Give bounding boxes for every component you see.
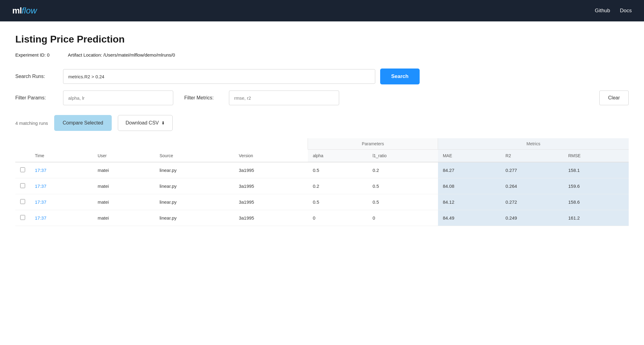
row-rmse: 161.2 bbox=[563, 210, 629, 226]
artifact-location-row: Artifact Location: /Users/matei/mlflow/d… bbox=[68, 52, 175, 58]
row-checkbox[interactable] bbox=[20, 167, 25, 172]
col-header-row: Time User Source Version alpha l1_ratio … bbox=[15, 150, 629, 162]
runs-table: Parameters Metrics Time User Source Vers… bbox=[15, 138, 629, 226]
download-icon: ⬇ bbox=[161, 121, 165, 125]
row-time[interactable]: 17:37 bbox=[30, 162, 93, 178]
table-container: Parameters Metrics Time User Source Vers… bbox=[15, 138, 629, 226]
row-mae: 84.49 bbox=[438, 210, 501, 226]
row-alpha: 0.5 bbox=[308, 162, 368, 178]
th-parameters: Parameters bbox=[308, 138, 438, 150]
row-user: matei bbox=[93, 178, 155, 194]
clear-button[interactable]: Clear bbox=[599, 91, 629, 105]
table-row: 17:37 matei linear.py 3a1995 0.5 0.5 84.… bbox=[15, 194, 629, 210]
search-button[interactable]: Search bbox=[380, 69, 420, 84]
page-title: Listing Price Prediction bbox=[15, 34, 629, 45]
th-l1ratio: l1_ratio bbox=[368, 150, 438, 162]
row-r2: 0.264 bbox=[501, 178, 564, 194]
th-user: User bbox=[93, 150, 155, 162]
row-mae: 84.08 bbox=[438, 178, 501, 194]
row-r2: 0.277 bbox=[501, 162, 564, 178]
brand-logo: ml flow bbox=[12, 6, 37, 16]
row-r2: 0.249 bbox=[501, 210, 564, 226]
row-checkbox[interactable] bbox=[20, 215, 25, 220]
group-header-row: Parameters Metrics bbox=[15, 138, 629, 150]
filter-metrics-input[interactable] bbox=[229, 91, 339, 105]
row-version: 3a1995 bbox=[234, 194, 308, 210]
row-time[interactable]: 17:37 bbox=[30, 178, 93, 194]
row-source: linear.py bbox=[155, 162, 234, 178]
navbar-links: Github Docs bbox=[595, 8, 632, 14]
th-rmse: RMSE bbox=[563, 150, 629, 162]
download-csv-label: Download CSV bbox=[125, 120, 159, 126]
table-row: 17:37 matei linear.py 3a1995 0.5 0.2 84.… bbox=[15, 162, 629, 178]
th-alpha: alpha bbox=[308, 150, 368, 162]
row-mae: 84.12 bbox=[438, 194, 501, 210]
row-l1ratio: 0.5 bbox=[368, 178, 438, 194]
row-user: matei bbox=[93, 210, 155, 226]
brand-flow-text: flow bbox=[22, 6, 37, 16]
row-checkbox[interactable] bbox=[20, 199, 25, 204]
experiment-id-value: 0 bbox=[47, 52, 49, 58]
row-time[interactable]: 17:37 bbox=[30, 210, 93, 226]
th-r2: R2 bbox=[501, 150, 564, 162]
row-rmse: 158.1 bbox=[563, 162, 629, 178]
row-l1ratio: 0.5 bbox=[368, 194, 438, 210]
row-user: matei bbox=[93, 194, 155, 210]
search-row: Search Runs: Search bbox=[15, 69, 629, 84]
docs-link[interactable]: Docs bbox=[620, 8, 632, 14]
results-row: 4 matching runs Compare Selected Downloa… bbox=[15, 115, 629, 131]
row-checkbox-cell[interactable] bbox=[15, 210, 30, 226]
brand-ml-text: ml bbox=[12, 6, 22, 16]
th-source: Source bbox=[155, 150, 234, 162]
table-row: 17:37 matei linear.py 3a1995 0 0 84.49 0… bbox=[15, 210, 629, 226]
th-mae: MAE bbox=[438, 150, 501, 162]
artifact-label: Artifact Location: bbox=[68, 52, 102, 58]
row-checkbox-cell[interactable] bbox=[15, 178, 30, 194]
row-checkbox-cell[interactable] bbox=[15, 194, 30, 210]
row-rmse: 159.6 bbox=[563, 178, 629, 194]
experiment-id-label: Experiment ID: bbox=[15, 52, 46, 58]
filter-params-input[interactable] bbox=[63, 91, 173, 105]
matching-runs-text: 4 matching runs bbox=[15, 121, 48, 126]
th-version: Version bbox=[234, 150, 308, 162]
row-source: linear.py bbox=[155, 178, 234, 194]
th-checkbox bbox=[15, 150, 30, 162]
navbar: ml flow Github Docs bbox=[0, 0, 644, 21]
row-user: matei bbox=[93, 162, 155, 178]
row-source: linear.py bbox=[155, 194, 234, 210]
table-body: 17:37 matei linear.py 3a1995 0.5 0.2 84.… bbox=[15, 162, 629, 226]
search-runs-input[interactable] bbox=[63, 69, 375, 84]
row-rmse: 158.6 bbox=[563, 194, 629, 210]
th-empty bbox=[15, 138, 308, 150]
th-time: Time bbox=[30, 150, 93, 162]
experiment-info: Experiment ID: 0 Artifact Location: /Use… bbox=[15, 52, 629, 58]
table-row: 17:37 matei linear.py 3a1995 0.2 0.5 84.… bbox=[15, 178, 629, 194]
row-alpha: 0.5 bbox=[308, 194, 368, 210]
row-version: 3a1995 bbox=[234, 210, 308, 226]
filter-metrics-label: Filter Metrics: bbox=[184, 95, 224, 101]
main-content: Listing Price Prediction Experiment ID: … bbox=[0, 21, 644, 345]
row-checkbox-cell[interactable] bbox=[15, 162, 30, 178]
row-alpha: 0 bbox=[308, 210, 368, 226]
artifact-value: /Users/matei/mlflow/demo/mlruns/0 bbox=[103, 52, 175, 58]
row-version: 3a1995 bbox=[234, 162, 308, 178]
row-l1ratio: 0 bbox=[368, 210, 438, 226]
row-source: linear.py bbox=[155, 210, 234, 226]
compare-selected-button[interactable]: Compare Selected bbox=[54, 115, 112, 131]
search-runs-label: Search Runs: bbox=[15, 74, 58, 79]
filter-params-label: Filter Params: bbox=[15, 95, 58, 101]
row-r2: 0.272 bbox=[501, 194, 564, 210]
row-l1ratio: 0.2 bbox=[368, 162, 438, 178]
row-time[interactable]: 17:37 bbox=[30, 194, 93, 210]
search-section: Search Runs: Search Filter Params: Filte… bbox=[15, 69, 629, 105]
th-metrics: Metrics bbox=[438, 138, 629, 150]
row-alpha: 0.2 bbox=[308, 178, 368, 194]
experiment-id-row: Experiment ID: 0 bbox=[15, 52, 50, 58]
row-checkbox[interactable] bbox=[20, 183, 25, 188]
row-version: 3a1995 bbox=[234, 178, 308, 194]
row-mae: 84.27 bbox=[438, 162, 501, 178]
download-csv-button[interactable]: Download CSV ⬇ bbox=[118, 115, 173, 131]
filter-row: Filter Params: Filter Metrics: Clear bbox=[15, 91, 629, 105]
github-link[interactable]: Github bbox=[595, 8, 610, 14]
